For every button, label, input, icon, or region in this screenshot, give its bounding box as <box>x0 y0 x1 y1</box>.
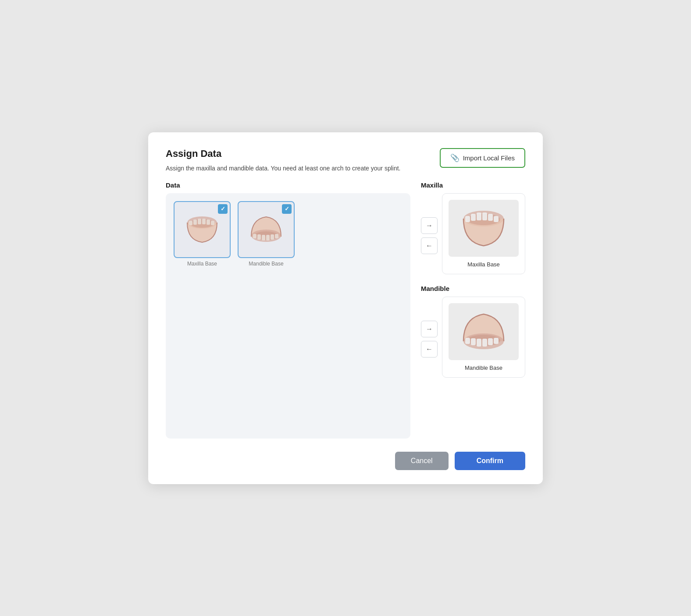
svg-rect-6 <box>207 219 210 225</box>
assign-data-dialog: Assign Data Assign the maxilla and mandi… <box>148 132 543 484</box>
svg-rect-7 <box>211 221 214 225</box>
svg-rect-31 <box>494 338 499 344</box>
svg-rect-14 <box>271 234 274 240</box>
maxilla-thumb-label: Maxilla Base <box>187 261 217 267</box>
svg-rect-2 <box>189 221 192 225</box>
check-icon: ✓ <box>282 204 292 214</box>
svg-rect-29 <box>482 339 487 347</box>
data-box: ✓ <box>166 193 410 439</box>
maxilla-assign-right-button[interactable]: → <box>421 217 438 234</box>
svg-rect-28 <box>477 339 481 347</box>
svg-rect-12 <box>262 235 265 241</box>
maxilla-section-label: Maxilla <box>421 181 525 189</box>
mandible-thumb[interactable]: ✓ <box>238 201 295 258</box>
svg-rect-23 <box>494 216 499 222</box>
mandible-assigned-image <box>457 310 510 354</box>
mandible-section-label: Mandible <box>421 285 525 292</box>
svg-rect-19 <box>471 214 476 221</box>
import-button-label: Import Local Files <box>463 154 515 162</box>
upper-arch-image <box>183 214 221 245</box>
left-arrow-icon: ← <box>426 345 433 353</box>
list-item[interactable]: ✓ <box>238 201 295 267</box>
main-area: Data ✓ <box>166 181 525 439</box>
paperclip-icon: 📎 <box>450 153 459 163</box>
dialog-footer: Cancel Confirm <box>166 452 525 470</box>
data-panel-label: Data <box>166 181 410 189</box>
svg-rect-3 <box>193 219 197 225</box>
maxilla-thumb[interactable]: ✓ <box>174 201 231 258</box>
svg-rect-10 <box>253 234 256 238</box>
svg-rect-13 <box>266 235 270 241</box>
maxilla-assigned-label: Maxilla Base <box>467 261 500 268</box>
right-arrow-icon: → <box>426 325 433 333</box>
svg-rect-11 <box>257 234 261 240</box>
import-local-files-button[interactable]: 📎 Import Local Files <box>440 148 525 168</box>
svg-rect-22 <box>488 214 493 221</box>
mandible-assign-row: → ← <box>421 297 525 378</box>
mandible-arrow-col: → ← <box>421 297 438 358</box>
assignment-area: Maxilla → ← <box>421 181 525 378</box>
mandible-assigned-label: Mandible Base <box>465 365 502 371</box>
list-item[interactable]: ✓ <box>174 201 231 267</box>
svg-rect-4 <box>198 219 201 224</box>
maxilla-arrow-col: → ← <box>421 193 438 254</box>
svg-rect-27 <box>471 338 476 345</box>
svg-rect-30 <box>488 338 493 345</box>
check-icon: ✓ <box>218 204 228 214</box>
svg-rect-18 <box>465 216 470 222</box>
lower-arch-image <box>247 214 285 245</box>
maxilla-assign-left-button[interactable]: ← <box>421 237 438 254</box>
left-arrow-icon: ← <box>426 242 433 250</box>
maxilla-assign-thumb <box>449 200 519 257</box>
right-arrow-icon: → <box>426 222 433 230</box>
maxilla-assign-row: → ← <box>421 193 525 274</box>
data-panel: Data ✓ <box>166 181 410 439</box>
svg-rect-26 <box>465 338 470 344</box>
maxilla-assigned-image <box>457 206 510 250</box>
mandible-assign-thumb <box>449 303 519 360</box>
svg-rect-21 <box>482 212 487 220</box>
mandible-assign-right-button[interactable]: → <box>421 321 438 337</box>
svg-rect-15 <box>275 234 278 238</box>
mandible-assign-left-button[interactable]: ← <box>421 341 438 358</box>
confirm-button[interactable]: Confirm <box>455 452 525 470</box>
mandible-assign-card: Mandible Base <box>442 297 525 378</box>
svg-rect-20 <box>477 212 481 220</box>
cancel-button[interactable]: Cancel <box>395 452 449 470</box>
svg-rect-5 <box>202 219 206 224</box>
maxilla-assign-card: Maxilla Base <box>442 193 525 274</box>
mandible-thumb-label: Mandible Base <box>249 261 283 267</box>
